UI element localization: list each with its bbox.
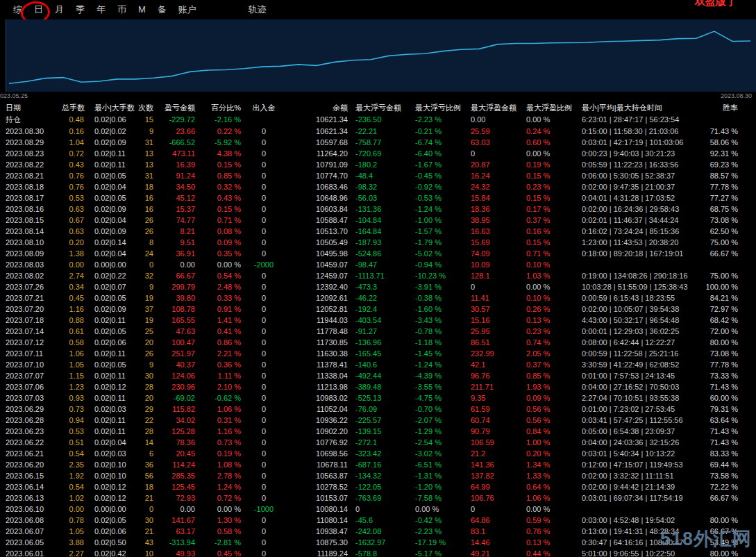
cell-13: 75.00 % bbox=[698, 237, 756, 248]
cell-6: 0 bbox=[242, 492, 286, 504]
col-header-2[interactable]: 最小|大手数 bbox=[85, 102, 136, 114]
table-row-2023.07.20[interactable]: 2023.07.201.160.02|0.0937108.780.91 %012… bbox=[0, 304, 756, 315]
table-row-2023.08.03[interactable]: 2023.08.030.000.00|0.0000.000.00 %-20001… bbox=[0, 259, 756, 270]
menu-item-备[interactable]: 备 bbox=[154, 1, 170, 18]
cell-10: 20.87 bbox=[467, 159, 522, 170]
table-row-2023.06.01[interactable]: 2023.06.012.270.02|0.421049.930.45 %0111… bbox=[0, 548, 756, 557]
cell-1: 1.23 bbox=[61, 381, 85, 392]
cell-4: 125.45 bbox=[154, 481, 196, 492]
table-row-2023.08.10[interactable]: 2023.08.100.200.02|0.1489.510.09 %010505… bbox=[0, 237, 756, 248]
cell-9: -4.75 % bbox=[411, 392, 467, 404]
cell-1: 0.78 bbox=[61, 515, 85, 526]
col-header-0[interactable]: 日期 bbox=[0, 102, 61, 114]
col-header-4[interactable]: 盈亏金额 bbox=[154, 102, 196, 114]
table-row-2023.08.14[interactable]: 2023.08.140.630.02|0.09268.210.08 %01051… bbox=[0, 226, 756, 237]
cell-12: 0:30:47 | 64:16:16 | 108:40:47 bbox=[578, 537, 698, 548]
col-header-9[interactable]: 最大浮亏比例 bbox=[411, 102, 467, 114]
table-row-2023.07.12[interactable]: 2023.07.120.580.02|0.0620100.470.86 %011… bbox=[0, 337, 756, 348]
cell-11: 0.00 % bbox=[522, 281, 578, 292]
table-row-2023.06.07[interactable]: 2023.06.071.050.02|0.062163.170.58 %0109… bbox=[0, 526, 756, 537]
col-header-8[interactable]: 最大浮亏金额 bbox=[348, 102, 411, 114]
cell-12: 0:01:00 | 7:57:53 | 24:13:45 bbox=[578, 370, 698, 381]
table-row-2023.06.13[interactable]: 2023.06.131.020.02|0.122172.930.72 %0101… bbox=[0, 492, 756, 504]
menu-item-综[interactable]: 综 bbox=[10, 1, 26, 18]
col-header-6[interactable]: 出入金 bbox=[242, 102, 286, 114]
menu-item-月[interactable]: 月 bbox=[51, 1, 67, 18]
cell-8: -180.2 bbox=[348, 159, 411, 170]
menu-item-季[interactable]: 季 bbox=[72, 1, 88, 18]
table-row-2023.08.09[interactable]: 2023.08.091.380.02|0.042436.910.35 %0104… bbox=[0, 248, 756, 259]
menu-item-账户[interactable]: 账户 bbox=[175, 1, 200, 18]
menu-item-日[interactable]: 日 bbox=[31, 1, 47, 18]
table-row-2023.06.10[interactable]: 2023.06.100.000.00|0.0000.000.00 %-10001… bbox=[0, 504, 756, 515]
table-row-2023.08.22[interactable]: 2023.08.220.430.02|0.111316.390.15 %0107… bbox=[0, 159, 756, 170]
cell-4: 124.06 bbox=[154, 370, 196, 381]
cell-6: 0 bbox=[242, 137, 286, 148]
table-row-2023.06.15[interactable]: 2023.06.151.920.02|0.1056285.352.78 %010… bbox=[0, 470, 756, 481]
cell-8: -46.22 bbox=[348, 292, 411, 304]
cell-1: 0.61 bbox=[61, 326, 85, 337]
table-row-2023.08.16[interactable]: 2023.08.160.630.02|0.091615.370.15 %0106… bbox=[0, 203, 756, 215]
cell-13: 71.43 % bbox=[698, 437, 756, 448]
table-row-2023.08.15[interactable]: 2023.08.150.670.02|0.042674.770.71 %0105… bbox=[0, 215, 756, 226]
cell-9: 0.00 % bbox=[411, 504, 467, 515]
cell-9: -0.92 % bbox=[411, 181, 467, 192]
cell-9: -7.58 % bbox=[411, 492, 467, 504]
table-row-2023.07.14[interactable]: 2023.07.140.610.02|0.052547.630.41 %0117… bbox=[0, 326, 756, 337]
cell-5: -2.16 % bbox=[196, 114, 242, 126]
col-header-13[interactable]: 胜率 bbox=[698, 102, 756, 114]
table-row-2023.06.20[interactable]: 2023.06.202.350.02|0.1036114.241.08 %010… bbox=[0, 459, 756, 470]
col-header-3[interactable]: 次数 bbox=[136, 102, 154, 114]
table-row-2023.07.18[interactable]: 2023.07.180.880.02|0.1119165.551.41 %011… bbox=[0, 315, 756, 326]
table-row-2023.07.21[interactable]: 2023.07.210.450.02|0.051939.800.33 %0120… bbox=[0, 292, 756, 304]
table-row-2023.07.03[interactable]: 2023.07.030.930.02|0.1120-69.02-0.62 %01… bbox=[0, 392, 756, 404]
cell-3: 25 bbox=[136, 326, 154, 337]
table-row-2023.08.02[interactable]: 2023.08.022.740.02|0.223266.670.54 %0124… bbox=[0, 270, 756, 281]
cell-11: 0.19 % bbox=[522, 159, 578, 170]
table-row-2023.08.17[interactable]: 2023.08.170.530.02|0.051645.120.43 %0106… bbox=[0, 192, 756, 203]
cell-9: -6.51 % bbox=[411, 459, 467, 470]
table-row-2023.06.29[interactable]: 2023.06.290.730.02|0.0329115.821.06 %011… bbox=[0, 404, 756, 415]
cell-8: -225.57 bbox=[348, 415, 411, 426]
cell-8: -76.09 bbox=[348, 404, 411, 415]
cell-1: 1.16 bbox=[61, 304, 85, 315]
col-header-11[interactable]: 最大浮盈比例 bbox=[522, 102, 578, 114]
menu-item-M[interactable]: M bbox=[135, 2, 149, 17]
table-row-2023.06.22[interactable]: 2023.06.220.510.02|0.041478.360.73 %0107… bbox=[0, 437, 756, 448]
table-row-2023.07.06[interactable]: 2023.07.061.230.02|0.1228230.962.10 %011… bbox=[0, 381, 756, 392]
table-row-2023.06.28[interactable]: 2023.06.280.940.02|0.112234.020.31 %0109… bbox=[0, 415, 756, 426]
table-row-2023.06.05[interactable]: 2023.06.053.880.02|0.5043-313.94-2.81 %0… bbox=[0, 537, 756, 548]
col-header-10[interactable]: 最大浮盈金额 bbox=[467, 102, 522, 114]
open-position-row[interactable]: 持仓0.480.02|0.0615-229.72-2.16 %10621.34-… bbox=[0, 114, 756, 126]
table-row-2023.08.30[interactable]: 2023.08.300.160.02|0.02923.660.22 %01062… bbox=[0, 126, 756, 137]
cell-3: 28 bbox=[136, 381, 154, 392]
table-row-2023.06.21[interactable]: 2023.06.210.540.02|0.03620.450.19 %01069… bbox=[0, 448, 756, 459]
table-row-2023.08.23[interactable]: 2023.08.230.720.02|0.1113473.114.38 %011… bbox=[0, 148, 756, 159]
cell-6: 0 bbox=[242, 526, 286, 537]
cell-11: 0.74 % bbox=[522, 337, 578, 348]
table-row-2023.06.23[interactable]: 2023.06.230.530.02|0.1128125.281.16 %010… bbox=[0, 426, 756, 437]
cell-11: 0.15 % bbox=[522, 170, 578, 181]
table-row-2023.06.08[interactable]: 2023.06.080.780.02|0.0530141.671.30 %011… bbox=[0, 515, 756, 526]
table-row-2023.07.26[interactable]: 2023.07.260.340.02|0.079299.792.48 %0123… bbox=[0, 281, 756, 292]
cell-4: 115.82 bbox=[154, 404, 196, 415]
table-row-2023.08.21[interactable]: 2023.08.210.760.02|0.053191.240.85 %0107… bbox=[0, 170, 756, 181]
menu-item-轨迹[interactable]: 轨迹 bbox=[245, 1, 270, 18]
cell-13: 62.50 % bbox=[698, 226, 756, 237]
table-row-2023.06.14[interactable]: 2023.06.140.540.02|0.1218125.451.24 %010… bbox=[0, 481, 756, 492]
cell-11: 1.06 % bbox=[522, 492, 578, 504]
col-header-12[interactable]: 最小|平均|最大持仓时间 bbox=[578, 102, 698, 114]
table-row-2023.07.11[interactable]: 2023.07.111.060.02|0.1126251.972.21 %011… bbox=[0, 348, 756, 359]
cell-8: -525.13 bbox=[348, 392, 411, 404]
table-row-2023.07.10[interactable]: 2023.07.101.050.02|0.05940.370.36 %01137… bbox=[0, 359, 756, 370]
col-header-5[interactable]: 百分比% bbox=[196, 102, 242, 114]
col-header-1[interactable]: 总手数 bbox=[61, 102, 85, 114]
cell-5: 2.78 % bbox=[196, 470, 242, 481]
table-row-2023.08.18[interactable]: 2023.08.180.760.02|0.041834.500.32 %0106… bbox=[0, 181, 756, 192]
col-header-7[interactable]: 余额 bbox=[286, 102, 348, 114]
table-row-2023.08.29[interactable]: 2023.08.291.040.02|0.0931-666.52-5.92 %0… bbox=[0, 137, 756, 148]
menu-item-币[interactable]: 币 bbox=[114, 1, 130, 18]
cell-0: 2023.08.17 bbox=[0, 192, 61, 203]
menu-item-年[interactable]: 年 bbox=[93, 1, 109, 18]
table-row-2023.07.07[interactable]: 2023.07.071.150.02|0.1130124.061.11 %011… bbox=[0, 370, 756, 381]
